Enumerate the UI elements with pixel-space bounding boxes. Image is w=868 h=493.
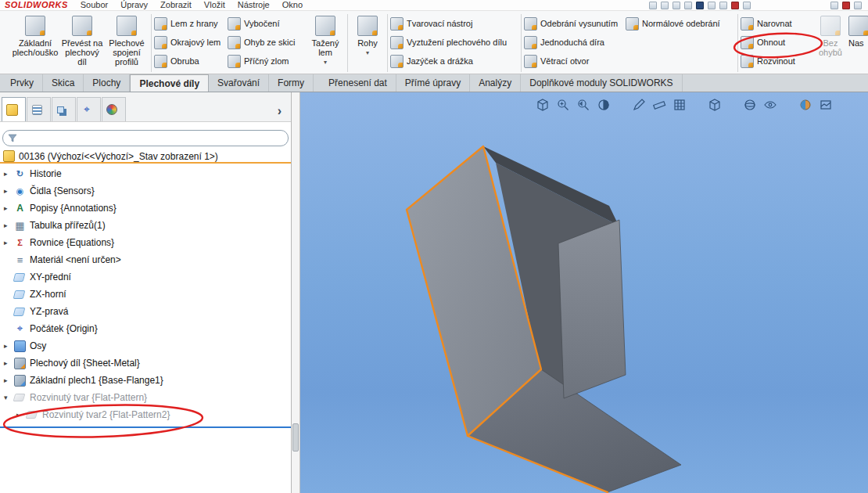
cut-list-icon (14, 220, 26, 232)
clipped-button-label: Nas (848, 38, 864, 48)
toolbar-icon[interactable] (830, 2, 838, 9)
toolbar-icon[interactable] (854, 2, 862, 9)
menu-vlozit[interactable]: Vložit (204, 0, 225, 9)
viewport[interactable] (300, 92, 868, 493)
tree-item-zx-horni[interactable]: ZX-horní (0, 286, 291, 303)
menu-upravy[interactable]: Úpravy (120, 0, 148, 9)
tree-item-historie[interactable]: Historie (0, 165, 291, 182)
unfold-button[interactable]: Narovnat (741, 16, 812, 31)
hem-button[interactable]: Obruba (154, 53, 228, 69)
scrollbar-thumb[interactable] (292, 423, 299, 452)
bend-column: Vybočení Ohyb ze skici Příčný zlom (228, 13, 306, 69)
fold-button[interactable]: Ohnout (741, 34, 812, 50)
swept-flange-button[interactable]: Tažený lem ▾ (306, 13, 345, 72)
expand-arrow-icon[interactable] (4, 187, 14, 195)
convert-to-sheet-metal-button[interactable]: Převést na plechový díl (59, 13, 105, 72)
tree-item-popisy[interactable]: Popisy {Annotations} (0, 200, 291, 217)
toolbar-icon[interactable] (708, 2, 716, 9)
no-bends-button[interactable]: Bez ohybů (812, 13, 848, 72)
expand-arrow-icon[interactable] (4, 359, 14, 367)
expand-arrow-icon[interactable] (4, 170, 14, 178)
part-right-panel-face[interactable] (558, 220, 626, 398)
tab-doplnkove-moduly[interactable]: Doplňkové moduly SOLIDWORKS (521, 74, 682, 92)
flatten-button[interactable]: Rozvinout (741, 53, 812, 69)
tree-item-label: Základní plech1 {Base-Flange1} (30, 375, 163, 386)
tree-item-rovnice[interactable]: Rovnice {Equations} (0, 234, 291, 251)
base-flange-button[interactable]: Základní plech/ouško (11, 13, 59, 72)
toolbar-icon[interactable] (649, 2, 657, 9)
tree-item-cidla[interactable]: Čidla {Sensors} (0, 182, 291, 200)
tree-item-osy[interactable]: Osy (0, 337, 291, 354)
extruded-cut-button[interactable]: Odebrání vysunutím (524, 16, 626, 31)
dropdown-caret-icon[interactable]: ▾ (324, 59, 327, 66)
ribbon-separator (151, 14, 152, 72)
menu-zobrazit[interactable]: Zobrazit (160, 0, 192, 9)
jog-button[interactable]: Vybočení (228, 16, 306, 31)
expand-arrow-icon[interactable] (4, 221, 14, 229)
clipped-button[interactable]: Nas (848, 13, 868, 72)
gusset-button[interactable]: Vyztužení plechového dílu (390, 34, 518, 50)
toolbar-icon[interactable] (661, 2, 669, 9)
tab-displaymanager[interactable] (102, 97, 126, 121)
cross-break-button[interactable]: Příčný zlom (228, 53, 306, 69)
dropdown-caret-icon[interactable]: ▾ (366, 50, 369, 56)
tree-root-item[interactable]: 00136 (Výchozí<<Výchozí>_Stav zobrazení … (0, 150, 291, 164)
tree-item-material[interactable]: Materiál <není určen> (0, 251, 291, 268)
tab-plochy[interactable]: Plochy (84, 74, 130, 92)
corners-button[interactable]: Rohy ▾ (350, 13, 385, 72)
lofted-bend-button[interactable]: Plechové spojení profilů (105, 13, 149, 72)
tree-item-rozvinuty-tvar2[interactable]: Rozvinutý tvar2 {Flat-Pattern2} (0, 406, 291, 423)
tree-item-tabulka-prirezu[interactable]: Tabulka přířezů(1) (0, 217, 291, 234)
toolbar-icon-active[interactable] (696, 2, 704, 9)
tree-item-label: YZ-pravá (30, 306, 68, 317)
tree-scrollbar[interactable] (292, 92, 300, 493)
tree-filter-box[interactable] (2, 130, 289, 146)
tab-svarovani[interactable]: Svařování (209, 74, 269, 92)
toolbar-icon-red[interactable] (842, 2, 850, 9)
expand-arrow-icon[interactable] (4, 376, 14, 384)
normal-cut-button[interactable]: Normálové odebrání (626, 16, 735, 31)
tree-item-rozvinuty-tvar[interactable]: Rozvinutý tvar {Flat-Pattern} (0, 389, 291, 406)
sheet-metal-icon (14, 358, 26, 369)
menu-nastroje[interactable]: Nástroje (238, 0, 270, 9)
sketched-bend-button[interactable]: Ohyb ze skici (228, 34, 306, 50)
sheet-metal-part-model[interactable] (300, 92, 868, 493)
simple-hole-button[interactable]: Jednoduchá díra (524, 34, 626, 50)
drop-indicator-line (0, 426, 292, 428)
toolbar-icon-red[interactable] (731, 2, 739, 9)
tab-prvky[interactable]: Prvky (2, 74, 43, 92)
tree-item-xy-predni[interactable]: XY-přední (0, 268, 291, 286)
tree-item-plechovy-dil[interactable]: Plechový díl {Sheet-Metal} (0, 354, 291, 372)
forming-tool-button[interactable]: Tvarovací nástroj (390, 16, 518, 31)
vent-button[interactable]: Větrací otvor (524, 53, 626, 69)
tab-analyzy[interactable]: Analýzy (470, 74, 521, 92)
tree-item-yz-prava[interactable]: YZ-pravá (0, 303, 291, 320)
tab-preneseni-dat[interactable]: Přenesení dat (320, 74, 396, 92)
tab-skica[interactable]: Skica (43, 74, 84, 92)
toolbar-icon[interactable] (743, 2, 751, 9)
tab-and-slot-label: Jazýček a drážka (407, 56, 473, 66)
toolbar-icon[interactable] (719, 2, 727, 9)
tab-configurationmanager[interactable] (52, 97, 76, 121)
tab-prime-upravy[interactable]: Přímé úpravy (396, 74, 470, 92)
edge-flange-button[interactable]: Lem z hrany (154, 16, 228, 31)
toolbar-icon[interactable] (673, 2, 680, 9)
tab-plechove-dily[interactable]: Plechové díly (130, 74, 209, 92)
tree-filter-input[interactable] (21, 132, 283, 144)
swept-flange-label: Tažený lem (306, 38, 345, 57)
toolbar-icon[interactable] (684, 2, 692, 9)
tab-propertymanager[interactable] (27, 97, 51, 121)
menu-okno[interactable]: Okno (282, 0, 303, 9)
tab-dimxpertmanager[interactable] (77, 97, 101, 121)
tree-item-zakladni-plech1[interactable]: Základní plech1 {Base-Flange1} (0, 372, 291, 389)
tab-featuremanager-tree[interactable] (2, 97, 26, 121)
expand-arrow-icon[interactable] (4, 342, 14, 350)
panel-expand-chevron-icon[interactable] (278, 104, 289, 121)
tab-and-slot-button[interactable]: Jazýček a drážka (390, 53, 518, 69)
expand-arrow-icon[interactable] (4, 239, 14, 246)
menu-soubor[interactable]: Soubor (81, 0, 108, 9)
tab-formy[interactable]: Formy (269, 74, 314, 92)
expand-arrow-icon[interactable] (4, 204, 14, 212)
miter-flange-button[interactable]: Okrajový lem (154, 34, 228, 50)
tree-item-pocatek[interactable]: Počátek {Origin} (0, 320, 291, 337)
